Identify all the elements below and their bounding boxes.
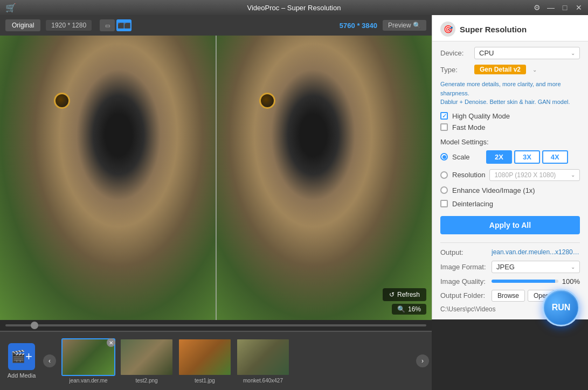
panel-title-text: Super Resolution [460, 25, 527, 34]
high-quality-row: High Quality Mode [440, 112, 580, 120]
resolution-dropdown[interactable]: 1080P (1920 X 1080) ⌄ [489, 169, 580, 181]
quality-slider[interactable] [492, 280, 558, 283]
panel-title-row: 🎯 Super Resolution [432, 15, 588, 41]
type-label: Type: [440, 66, 470, 74]
apply-to-all-button[interactable]: Apply to All [440, 216, 580, 234]
resolution-label: Resolution [452, 171, 485, 179]
model-settings-title: Model Settings: [440, 138, 580, 146]
filmstrip-prev-btn[interactable]: ‹ [43, 354, 56, 367]
preview-slider-track[interactable] [5, 324, 426, 326]
scale-row: Scale 2X 3X 4X [440, 150, 580, 164]
minimize-icon[interactable]: — [546, 3, 556, 12]
device-row: Device: CPU ⌄ [440, 47, 580, 59]
deinterlace-checkbox[interactable] [440, 200, 448, 207]
scale-2x-btn[interactable]: 2X [486, 150, 512, 164]
scale-4x-btn[interactable]: 4X [542, 150, 568, 164]
right-wrapper: 🎯 Super Resolution Device: CPU ⌄ Type: G… [432, 15, 588, 390]
film-label-0: jean.van.der.me [61, 378, 115, 384]
add-media-icon: 🎬+ [8, 343, 35, 370]
preview-button[interactable]: Preview 🔍 [383, 20, 426, 31]
format-row: Image Format: JPEG ⌄ [440, 261, 580, 273]
resolution-row: Resolution 1080P (1920 X 1080) ⌄ [440, 169, 580, 181]
deinterlace-row: Deinterlacing [440, 200, 580, 208]
scale-buttons: 2X 3X 4X [486, 150, 568, 164]
enhance-radio[interactable] [440, 186, 448, 194]
title-bar: 🛒 VideoProc – Super Resolution ⚙ — □ ✕ [0, 0, 588, 15]
refresh-icon: ↺ [389, 291, 395, 298]
film-thumb-2 [178, 338, 232, 376]
enhance-row: Enhance Video/Image (1x) [440, 186, 580, 194]
film-label-1: test2.png [120, 378, 174, 384]
filmstrip: 🎬+ Add Media ‹ ✕ jean.van.der.me te [0, 331, 432, 390]
format-dropdown[interactable]: JPEG ⌄ [492, 261, 580, 273]
fast-mode-checkbox[interactable] [440, 123, 448, 131]
description-text: Generate more details, more clarity, and… [440, 80, 580, 107]
enhance-label: Enhance Video/Image (1x) [452, 186, 535, 194]
filmstrip-next-btn[interactable]: › [416, 354, 429, 367]
add-media-symbol: 🎬+ [11, 350, 32, 364]
preview-slider-thumb[interactable] [31, 322, 38, 329]
film-item-2[interactable]: test1.jpg [178, 338, 232, 384]
scale-radio[interactable] [440, 153, 448, 161]
close-icon[interactable]: ✕ [574, 3, 584, 12]
window-controls: ⚙ — □ ✕ [532, 3, 584, 12]
device-label: Device: [440, 49, 470, 57]
panel-body: Device: CPU ⌄ Type: Gen Detail v2 ⌄ Gene… [432, 41, 588, 319]
film-thumb-3 [236, 338, 290, 376]
zoom-icon: 🔍 [397, 305, 405, 313]
output-filename-row: Output: jean.van.der.meulen...x1280_5760… [440, 248, 580, 256]
view-split-btn[interactable]: ⬛⬛ [116, 19, 132, 31]
preview-left-half [0, 36, 216, 320]
output-label: Output: [440, 248, 489, 256]
tab-original[interactable]: Original [5, 19, 40, 31]
device-dropdown-arrow: ⌄ [571, 50, 575, 56]
format-label: Image Format: [440, 263, 489, 271]
browse-button[interactable]: Browse [492, 290, 525, 302]
resolution-value: 1080P (1920 X 1080) [494, 171, 556, 179]
preview-slider-bar [0, 320, 432, 331]
device-dropdown[interactable]: CPU ⌄ [474, 47, 580, 59]
maximize-icon[interactable]: □ [560, 3, 570, 12]
settings-icon[interactable]: ⚙ [532, 3, 542, 12]
quality-label: Image Quality: [440, 277, 489, 285]
zoom-level: 16% [408, 305, 421, 313]
preview-label: Preview 🔍 [388, 22, 421, 29]
film-item-1[interactable]: test2.png [120, 338, 174, 384]
scale-label: Scale [452, 153, 482, 161]
film-item-3[interactable]: monket.640x427 [236, 338, 290, 384]
run-btn-container: RUN [542, 289, 580, 326]
add-media-button[interactable]: 🎬+ Add Media [3, 343, 40, 379]
bird-eye-detail [54, 93, 70, 109]
zoom-badge: 🔍 16% [392, 304, 426, 315]
output-resolution: 5760 * 3840 [340, 22, 377, 30]
preview-overlay: ↺ Refresh 🔍 16% [383, 288, 426, 315]
preview-right-half [216, 36, 432, 320]
refresh-label: Refresh [397, 291, 420, 298]
device-value: CPU [479, 49, 494, 57]
resolution-radio[interactable] [440, 171, 448, 179]
output-filename: jean.van.der.meulen...x1280_5760x3840.jp… [492, 248, 580, 256]
high-quality-label: High Quality Mode [452, 112, 510, 120]
film-items: ✕ jean.van.der.me test2.png t [59, 336, 413, 386]
folder-label: Output Folder: [440, 291, 489, 300]
type-dropdown-arrow[interactable]: ⌄ [532, 67, 537, 73]
view-single-btn[interactable]: ▭ [100, 19, 115, 31]
preview-top-bar: Original 1920 * 1280 ▭ ⬛⬛ 5760 * 3840 Pr… [0, 15, 432, 36]
film-item-0[interactable]: ✕ jean.van.der.me [61, 338, 115, 384]
resolution-input-badge: 1920 * 1280 [46, 20, 92, 31]
bird-eye-detail-right [259, 93, 275, 109]
quality-pct: 100% [561, 277, 580, 285]
panel-icon: 🎯 [440, 22, 455, 37]
scale-3x-btn[interactable]: 3X [514, 150, 540, 164]
preview-area: ↺ Refresh 🔍 16% [0, 36, 432, 320]
refresh-button[interactable]: ↺ Refresh [383, 288, 426, 301]
deinterlace-label: Deinterlacing [452, 200, 493, 208]
high-quality-checkbox[interactable] [440, 112, 448, 120]
fast-mode-label: Fast Mode [452, 123, 485, 131]
film-item-close-0[interactable]: ✕ [107, 338, 115, 347]
run-button[interactable]: RUN [542, 289, 580, 326]
fast-mode-row: Fast Mode [440, 123, 580, 131]
right-panel: 🎯 Super Resolution Device: CPU ⌄ Type: G… [432, 15, 588, 319]
format-value: JPEG [496, 263, 515, 271]
app-title-icon: 🛒 [5, 3, 16, 13]
